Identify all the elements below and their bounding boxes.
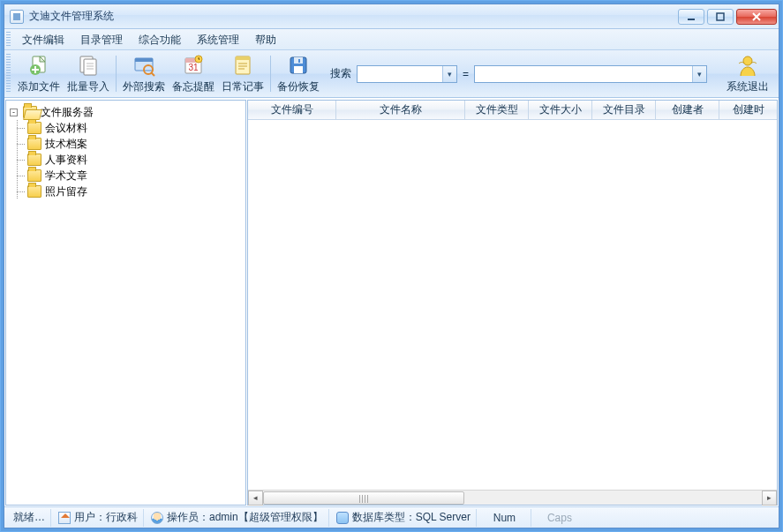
tree-item-meeting[interactable]: 会议材料 <box>8 120 244 136</box>
window-buttons <box>678 9 777 25</box>
svg-rect-17 <box>294 66 303 73</box>
toolbar-bulk-import[interactable]: 批量导入 <box>64 50 113 97</box>
search-value-combo[interactable]: ▾ <box>474 65 707 83</box>
tree-root[interactable]: - 文件服务器 <box>8 104 244 120</box>
tree-item-academic[interactable]: 学术文章 <box>8 168 244 184</box>
svg-rect-14 <box>236 56 250 60</box>
reminder-icon: 31 <box>181 53 206 78</box>
app-icon <box>10 10 24 24</box>
search-label: 搜索 <box>330 66 351 81</box>
column-header[interactable]: 文件目录 <box>592 101 656 119</box>
scroll-left-icon[interactable]: ◂ <box>248 491 263 506</box>
toolbar-backup-label: 备份恢复 <box>277 79 320 94</box>
column-header[interactable]: 创建者 <box>656 101 719 119</box>
list-panel: 文件编号文件名称文件类型文件大小文件目录创建者创建时 ◂ ▸ <box>247 100 778 506</box>
status-db-label: 数据库类型：SQL Server <box>352 510 471 525</box>
status-user-label: 用户：行政科 <box>74 510 138 525</box>
menubar: 文件编辑 目录管理 综合功能 系统管理 帮助 <box>4 29 779 50</box>
minimize-button[interactable] <box>678 9 704 25</box>
status-ready-label: 就绪… <box>13 510 45 525</box>
close-button[interactable] <box>736 9 777 25</box>
ext-search-icon <box>132 53 156 78</box>
toolbar-separator-1 <box>116 56 117 92</box>
status-ready: 就绪… <box>8 509 51 527</box>
user-icon <box>151 512 163 524</box>
titlebar: 文迪文件管理系统 <box>4 4 779 29</box>
scroll-right-icon[interactable]: ▸ <box>762 491 777 506</box>
column-headers: 文件编号文件名称文件类型文件大小文件目录创建者创建时 <box>248 101 777 120</box>
chevron-down-icon: ▾ <box>442 66 456 82</box>
chevron-down-icon: ▾ <box>692 66 706 82</box>
status-operator-label: 操作员：admin【超级管理权限】 <box>167 510 323 525</box>
window-title: 文迪文件管理系统 <box>29 9 678 24</box>
menu-dir-manage[interactable]: 目录管理 <box>72 30 131 49</box>
toolbar-daily-note-label: 日常记事 <box>222 79 264 94</box>
menu-file-edit[interactable]: 文件编辑 <box>14 30 72 49</box>
scroll-track[interactable] <box>263 491 762 506</box>
toolbar: 添加文件 批量导入 外部搜索 31 备忘提醒 日常记事 <box>4 50 779 98</box>
database-icon <box>336 512 349 524</box>
folder-open-icon <box>23 106 37 118</box>
svg-rect-0 <box>688 19 695 20</box>
minimize-icon <box>687 12 696 21</box>
toolbar-ext-search-label: 外部搜索 <box>123 79 165 94</box>
status-caps-label: Caps <box>547 512 572 524</box>
folder-icon <box>27 138 41 150</box>
svg-rect-7 <box>135 58 153 62</box>
tree-item-label: 人事资料 <box>45 153 87 168</box>
column-header[interactable]: 文件名称 <box>336 101 465 119</box>
status-db: 数据库类型：SQL Server <box>331 509 477 527</box>
toolbar-add-file-label: 添加文件 <box>18 79 60 94</box>
app-window: 文迪文件管理系统 文件编辑 目录管理 综合功能 系统管理 帮助 添加文件 <box>4 4 779 528</box>
horizontal-scrollbar[interactable]: ◂ ▸ <box>248 490 777 505</box>
close-icon <box>751 12 762 21</box>
folder-icon <box>27 122 41 134</box>
maximize-button[interactable] <box>707 9 734 25</box>
column-header[interactable]: 文件类型 <box>465 101 529 119</box>
svg-rect-18 <box>298 59 300 63</box>
tree-collapse-icon[interactable]: - <box>10 109 18 116</box>
column-header[interactable]: 文件大小 <box>529 101 592 119</box>
home-icon <box>58 512 71 524</box>
add-file-icon <box>26 53 51 78</box>
menu-sys-manage[interactable]: 系统管理 <box>189 30 247 49</box>
menu-integrated[interactable]: 综合功能 <box>131 30 189 49</box>
toolbar-daily-note[interactable]: 日常记事 <box>218 50 267 97</box>
svg-rect-5 <box>84 59 96 75</box>
tree-item-hr[interactable]: 人事资料 <box>8 152 244 168</box>
tree-item-tech[interactable]: 技术档案 <box>8 136 244 152</box>
toolbar-reminder-label: 备忘提醒 <box>172 79 215 94</box>
status-operator: 操作员：admin【超级管理权限】 <box>146 509 329 527</box>
tree-item-label: 技术档案 <box>45 137 87 152</box>
tree-item-label: 照片留存 <box>45 184 87 199</box>
toolbar-ext-search[interactable]: 外部搜索 <box>119 50 169 97</box>
tree-panel[interactable]: - 文件服务器 会议材料 技术档案 人事资料 学术文章 <box>5 100 246 506</box>
toolbar-add-file[interactable]: 添加文件 <box>14 50 64 97</box>
search-field-combo[interactable]: ▾ <box>357 65 457 83</box>
statusbar: 就绪… 用户：行政科 操作员：admin【超级管理权限】 数据库类型：SQL S… <box>4 506 779 528</box>
svg-rect-1 <box>717 13 724 20</box>
search-equals: = <box>463 68 469 80</box>
search-area: 搜索 ▾ = ▾ <box>330 50 720 97</box>
column-header[interactable]: 创建时 <box>719 101 777 119</box>
exit-icon <box>735 53 760 78</box>
tree-item-label: 学术文章 <box>45 169 87 184</box>
folder-icon <box>27 185 41 198</box>
folder-icon <box>27 154 41 166</box>
bulk-import-icon <box>76 53 101 78</box>
backup-icon <box>286 53 311 78</box>
menu-help[interactable]: 帮助 <box>247 30 284 49</box>
daily-note-icon <box>230 53 255 78</box>
toolbar-reminder[interactable]: 31 备忘提醒 <box>169 50 218 97</box>
svg-point-19 <box>743 56 752 65</box>
grid-body[interactable] <box>248 120 777 490</box>
scroll-thumb[interactable] <box>263 491 464 505</box>
body: - 文件服务器 会议材料 技术档案 人事资料 学术文章 <box>4 98 779 506</box>
tree-root-label: 文件服务器 <box>41 105 94 120</box>
svg-text:31: 31 <box>188 63 199 72</box>
column-header[interactable]: 文件编号 <box>248 101 336 119</box>
tree-item-label: 会议材料 <box>45 121 87 136</box>
toolbar-backup[interactable]: 备份恢复 <box>274 50 323 97</box>
tree-item-photos[interactable]: 照片留存 <box>8 184 244 199</box>
toolbar-exit[interactable]: 系统退出 <box>720 50 775 97</box>
